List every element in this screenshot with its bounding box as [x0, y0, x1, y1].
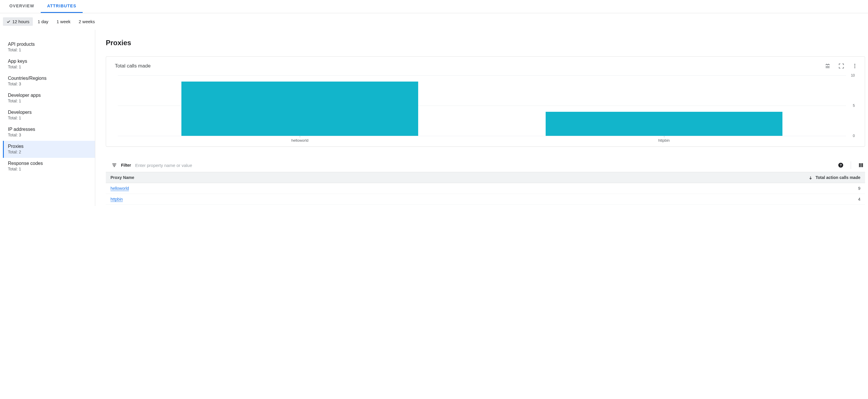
svg-point-2 — [854, 64, 855, 65]
svg-rect-10 — [859, 163, 860, 167]
table-row: helloworld9 — [106, 183, 865, 194]
time-range-12-hours[interactable]: 12 hours — [3, 17, 33, 26]
cell-total-calls: 9 — [372, 183, 865, 194]
more-vert-icon[interactable] — [852, 63, 858, 69]
time-range-1-day[interactable]: 1 day — [34, 17, 52, 26]
chart-gridline — [118, 136, 846, 136]
sidebar-item-total: Total: 1 — [8, 167, 91, 171]
tab-bar: OVERVIEW ATTRIBUTES — [0, 0, 868, 13]
sidebar-item-label: Countries/Regions — [8, 76, 91, 81]
data-table: Proxy Name Total action calls made hello… — [106, 172, 865, 205]
chart-plot: 0510helloworldhttpbin — [115, 74, 858, 142]
chart-x-label: helloworld — [291, 138, 309, 143]
svg-rect-12 — [862, 163, 863, 167]
svg-text:?: ? — [840, 163, 842, 167]
filter-icon — [112, 163, 117, 168]
svg-rect-6 — [113, 165, 116, 166]
chart-y-tick: 10 — [851, 73, 855, 78]
col-total-calls-label: Total action calls made — [815, 175, 860, 180]
filter-bar: Filter ? — [106, 159, 865, 172]
col-proxy-name[interactable]: Proxy Name — [106, 172, 372, 183]
cell-total-calls: 4 — [372, 194, 865, 205]
sidebar-item-app-keys[interactable]: App keys Total: 1 — [3, 56, 95, 73]
svg-rect-5 — [112, 164, 116, 164]
svg-point-4 — [854, 67, 855, 68]
proxy-link[interactable]: helloworld — [111, 186, 129, 191]
proxy-link[interactable]: httpbin — [111, 197, 123, 202]
tab-overview[interactable]: OVERVIEW — [3, 0, 41, 13]
help-icon[interactable]: ? — [838, 162, 844, 168]
chart-x-label: httpbin — [658, 138, 670, 143]
main-panel: Proxies Total calls made 0510helloworldh… — [95, 30, 868, 206]
chart-bar[interactable] — [546, 112, 782, 136]
chart-card: Total calls made 0510helloworldhttpbin — [106, 56, 865, 147]
sidebar-item-label: Response codes — [8, 161, 91, 166]
divider — [851, 161, 851, 169]
legend-toggle-icon[interactable] — [825, 63, 831, 69]
sidebar-item-label: Proxies — [8, 144, 91, 149]
time-range-2-weeks[interactable]: 2 weeks — [75, 17, 98, 26]
sidebar-item-ip-addresses[interactable]: IP addresses Total: 3 — [3, 124, 95, 141]
chart-bar-cell: httpbin — [482, 76, 846, 136]
chart-bar[interactable] — [181, 82, 418, 136]
sidebar-item-total: Total: 1 — [8, 64, 91, 69]
sidebar-item-proxies[interactable]: Proxies Total: 2 — [3, 141, 95, 158]
page-title: Proxies — [106, 39, 865, 47]
filter-input[interactable] — [135, 163, 834, 168]
chart-y-tick: 0 — [853, 134, 855, 138]
chart-x-tick — [300, 136, 300, 138]
check-icon — [6, 20, 10, 24]
filter-label: Filter — [121, 163, 131, 168]
cell-proxy-name: httpbin — [106, 194, 372, 205]
sidebar-item-developers[interactable]: Developers Total: 1 — [3, 107, 95, 124]
sidebar-item-api-products[interactable]: API products Total: 1 — [3, 39, 95, 56]
time-range-selector: 12 hours 1 day 1 week 2 weeks — [0, 13, 868, 30]
sidebar-item-total: Total: 2 — [8, 150, 91, 154]
sidebar-item-label: App keys — [8, 59, 91, 64]
columns-icon[interactable] — [858, 162, 864, 168]
svg-rect-7 — [114, 166, 115, 167]
svg-point-3 — [854, 65, 855, 66]
sidebar: API products Total: 1 App keys Total: 1 … — [0, 30, 95, 206]
time-range-1-week[interactable]: 1 week — [53, 17, 74, 26]
sidebar-item-total: Total: 1 — [8, 98, 91, 103]
chart-bar-cell: helloworld — [118, 76, 482, 136]
time-range-label: 12 hours — [12, 19, 29, 24]
svg-rect-11 — [860, 163, 861, 167]
tab-attributes[interactable]: ATTRIBUTES — [41, 0, 83, 13]
sidebar-item-developer-apps[interactable]: Developer apps Total: 1 — [3, 90, 95, 107]
fullscreen-icon[interactable] — [838, 63, 844, 69]
chart-y-tick: 5 — [853, 104, 855, 108]
sidebar-item-total: Total: 3 — [8, 133, 91, 137]
sidebar-item-countries-regions[interactable]: Countries/Regions Total: 3 — [3, 73, 95, 90]
sidebar-item-total: Total: 3 — [8, 82, 91, 86]
arrow-down-icon — [808, 176, 813, 180]
col-total-calls[interactable]: Total action calls made — [372, 172, 865, 183]
sidebar-item-label: API products — [8, 42, 91, 47]
sidebar-item-label: Developers — [8, 110, 91, 115]
sidebar-item-total: Total: 1 — [8, 48, 91, 52]
chart-x-tick — [664, 136, 664, 138]
sidebar-item-response-codes[interactable]: Response codes Total: 1 — [3, 158, 95, 175]
chart-title: Total calls made — [115, 63, 151, 69]
sidebar-item-label: IP addresses — [8, 127, 91, 132]
cell-proxy-name: helloworld — [106, 183, 372, 194]
table-row: httpbin4 — [106, 194, 865, 205]
sidebar-item-total: Total: 1 — [8, 116, 91, 120]
sidebar-item-label: Developer apps — [8, 93, 91, 98]
